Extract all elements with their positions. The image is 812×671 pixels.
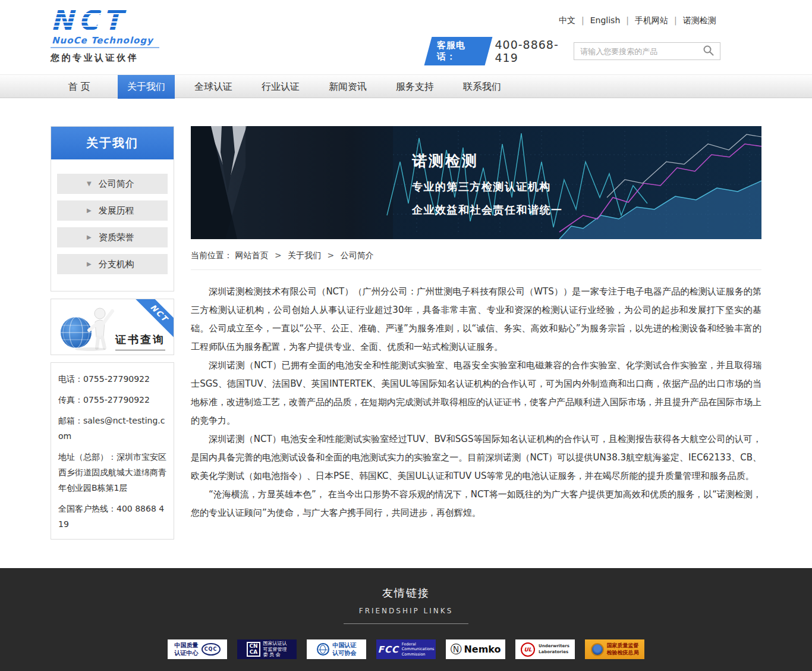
breadcrumb-separator: >	[275, 250, 282, 260]
breadcrumb-company-profile[interactable]: 公司简介	[341, 250, 374, 260]
nemko-circle-n-icon: Ⓝ	[450, 644, 461, 655]
contact-info: 电话：0755-27790922 传真：0755-27790922 邮箱：sal…	[51, 362, 174, 540]
fcc-emblem-icon: FCC	[378, 644, 399, 655]
search-icon	[703, 45, 715, 58]
site-header: NCT NuoCe Technology 您的专业认证伙伴 中文English手…	[0, 0, 812, 74]
content-column: 诺测检测 专业的第三方检测认证机构 企业效益和社会责任和谐统一 当前位置： 网站…	[191, 126, 761, 522]
friendship-links-footer: 友情链接 FRIENDSHIP LINKS 中国质量认证中心 CQC CNCA …	[0, 568, 812, 671]
breadcrumb: 当前位置： 网站首页 > 关于我们 > 公司简介	[191, 250, 761, 270]
contact-address: 地址（总部）：深圳市宝安区西乡街道固戍航城大道绵商青年创业园B栋第1层	[58, 449, 166, 496]
sidebar-item-label: 发展历程	[99, 205, 134, 217]
hero-banner: 诺测检测 专业的第三方检测认证机构 企业效益和社会责任和谐统一	[191, 126, 761, 239]
chevron-right-icon: ▶	[87, 208, 92, 214]
article-paragraph: 深圳诺测（NCT）已拥有全面的电池安全和性能测试实验室、电器安全实验室和电磁兼容…	[191, 356, 761, 430]
logo-subtitle: NuoCe Technology	[51, 35, 159, 48]
nav-item-contact[interactable]: 联系我们	[454, 75, 511, 99]
site-logo[interactable]: NCT NuoCe Technology 您的专业认证伙伴	[51, 6, 159, 64]
sidebar-item-development-history[interactable]: ▶ 发展历程	[57, 200, 168, 221]
service-phone-label: 客服电话：	[424, 37, 493, 65]
friendship-title: 友情链接	[0, 586, 812, 600]
mobile-site-link[interactable]: 手机网站	[620, 15, 668, 25]
contact-email: 邮箱：sales@nct-testing.com	[58, 413, 166, 444]
friendship-subtitle: FRIENDSHIP LINKS	[344, 607, 469, 624]
partner-logo-aqsiq[interactable]: 国家质量监督检验检疫总局	[585, 639, 644, 659]
lang-link-english[interactable]: English	[575, 15, 620, 25]
cqc-emblem-icon: CQC	[202, 643, 221, 656]
banner-title: 诺测检测	[412, 151, 563, 171]
breadcrumb-prefix: 当前位置：	[191, 250, 232, 260]
company-profile-article: 深圳诺测检测技术有限公司（NCT）（广州分公司：广州世测电子科技有限公司（WTS…	[191, 283, 761, 522]
main-area: 关于我们 ▼ 公司简介 ▶ 发展历程 ▶ 资质荣誉 ▶ 分支机构	[51, 126, 761, 540]
article-paragraph: “沧海横流，方显英雄本色”， 在当今出口形势不容乐观的情况下，NCT将一如既往的…	[191, 485, 761, 522]
banner-subtitle-1: 专业的第三方检测认证机构	[412, 180, 563, 194]
certificate-query-label: 证书查询	[115, 333, 165, 350]
service-phone-number: 400-8868-419	[495, 38, 574, 64]
search-input[interactable]	[574, 43, 697, 59]
sidebar-menu-title: 关于我们	[51, 127, 174, 159]
sidebar-item-label: 公司简介	[99, 178, 134, 190]
partner-logo-row: 中国质量认证中心 CQC CNCA 国家认证认可监督管理委 员 会 中国认证认可…	[0, 639, 812, 659]
breadcrumb-home[interactable]: 网站首页	[235, 250, 268, 260]
sidebar-item-label: 资质荣誉	[99, 232, 134, 243]
nav-item-home[interactable]: 首 页	[51, 75, 108, 99]
ul-circle-icon: UL	[521, 642, 535, 657]
about-menu: 关于我们 ▼ 公司简介 ▶ 发展历程 ▶ 资质荣誉 ▶ 分支机构	[51, 126, 174, 291]
banner-subtitle-2: 企业效益和社会责任和谐统一	[412, 203, 563, 217]
nav-item-global-certification[interactable]: 全球认证	[185, 75, 242, 99]
chevron-right-icon: ▶	[87, 234, 92, 240]
aqsiq-emblem-icon	[591, 643, 604, 656]
breadcrumb-about[interactable]: 关于我们	[288, 250, 321, 260]
chevron-right-icon: ▶	[87, 261, 92, 267]
partner-logo-ccaa[interactable]: 中国认证认可协会	[307, 639, 366, 659]
search-box	[574, 42, 720, 60]
partner-logo-nemko[interactable]: Ⓝ Nemko	[446, 639, 505, 659]
chevron-down-icon: ▼	[87, 181, 92, 187]
contact-phone: 电话：0755-27790922	[58, 371, 166, 387]
partner-logo-ul[interactable]: UL UnderwritersLaboratories	[515, 639, 575, 659]
sidebar-item-label: 分支机构	[99, 259, 134, 270]
contact-fax: 传真：0755-27790922	[58, 392, 166, 407]
sidebar-item-qualification-honor[interactable]: ▶ 资质荣誉	[57, 227, 168, 247]
nav-item-industry-certification[interactable]: 行业认证	[252, 75, 309, 99]
partner-logo-fcc[interactable]: FCC FederalCommunicationsCommission	[376, 639, 436, 659]
lang-link-chinese[interactable]: 中文	[559, 15, 575, 25]
contact-hotline: 全国客户热线：400 8868 419	[58, 501, 166, 532]
banner-text: 诺测检测 专业的第三方检测认证机构 企业效益和社会责任和谐统一	[412, 151, 563, 217]
search-button[interactable]	[697, 43, 720, 59]
nav-item-news[interactable]: 新闻资讯	[319, 75, 376, 99]
ccaa-globe-icon	[317, 643, 329, 656]
sidebar-item-company-profile[interactable]: ▼ 公司简介	[57, 174, 168, 194]
cnca-emblem-icon: CNCA	[247, 642, 260, 657]
globe-figure-illustration	[55, 304, 117, 354]
partner-logo-cqc[interactable]: 中国质量认证中心 CQC	[168, 639, 227, 659]
nav-item-about[interactable]: 关于我们	[118, 75, 175, 99]
logo-tagline: 您的专业认证伙伴	[51, 52, 159, 64]
sidebar-item-branches[interactable]: ▶ 分支机构	[57, 254, 168, 274]
partner-logo-cnca[interactable]: CNCA 国家认证认可监督管理委 员 会	[237, 639, 297, 659]
header-right: 中文English手机网站诺测检测 客服电话： 400-8868-419	[424, 15, 720, 65]
article-paragraph: 深圳诺测检测技术有限公司（NCT）（广州分公司：广州世测电子科技有限公司（WTS…	[191, 283, 761, 356]
nct-testing-link[interactable]: 诺测检测	[668, 15, 716, 25]
article-paragraph: 深圳诺测（NCT）电池安全和性能测试实验室经过TUV、BV和SGS等国际知名认证…	[191, 430, 761, 485]
nav-item-service-support[interactable]: 服务支持	[386, 75, 443, 99]
top-links: 中文English手机网站诺测检测	[559, 15, 720, 26]
breadcrumb-separator: >	[328, 250, 335, 260]
certificate-query-banner[interactable]: NCT 证书查询	[51, 299, 174, 355]
logo-text: NCT	[51, 6, 130, 35]
sidebar: 关于我们 ▼ 公司简介 ▶ 发展历程 ▶ 资质荣誉 ▶ 分支机构	[51, 126, 174, 540]
main-nav: 首 页 关于我们 全球认证 行业认证 新闻资讯 服务支持 联系我们	[0, 74, 812, 98]
